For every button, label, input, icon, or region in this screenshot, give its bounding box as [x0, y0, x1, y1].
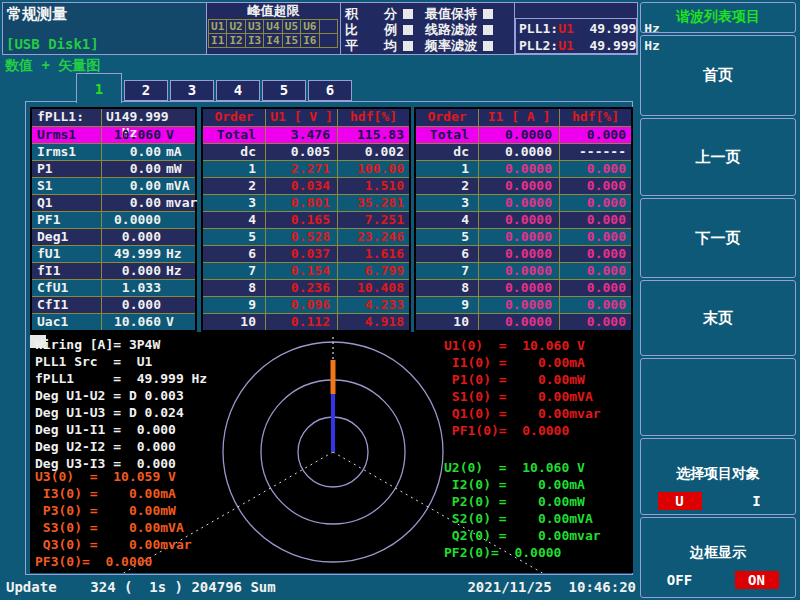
total-cell: Total: [416, 127, 478, 143]
row-value: 10.060: [102, 314, 161, 330]
table-row: Uac110.060V: [32, 313, 195, 330]
value-cell: 0.154: [265, 263, 337, 279]
header-cell: Order: [416, 109, 478, 126]
table-row: P10.00mW: [32, 160, 195, 177]
row-unit: [161, 297, 195, 313]
dc-row: dc0.0000------: [416, 143, 631, 160]
order-cell: 3: [203, 195, 265, 211]
peak-cell-I6: I6: [300, 33, 319, 48]
harmonic-row: 60.0371.616: [203, 245, 409, 262]
tab-2[interactable]: 2: [124, 80, 168, 101]
harmonic-row: 20.00000.000: [416, 177, 631, 194]
object-i-option[interactable]: I: [735, 492, 779, 510]
value-cell: 0.165: [265, 212, 337, 228]
power-analyzer-screen: 常规测量 [USB Disk1] 峰值超限 U1U2U3U4U5U6I1I2I3…: [0, 0, 800, 600]
row-value-cell: 10.060V: [102, 127, 195, 143]
row-value: 0.00: [102, 144, 161, 160]
next-page-button[interactable]: 下一页: [640, 198, 796, 278]
row-value-cell: 0.000: [102, 229, 195, 245]
order-cell: 10: [203, 314, 265, 330]
harmonic-row: 12.271100.00: [203, 160, 409, 177]
row-value-cell: 10.060V: [102, 314, 195, 330]
value-cell: 0.0000: [478, 229, 559, 245]
indicator-square: [483, 41, 493, 51]
hdf-cell: 0.000: [559, 280, 631, 296]
harmonic-row: 10.00000.000: [416, 160, 631, 177]
phase3-value-line: Q3(0) = 0.00mvar: [35, 536, 192, 553]
phase2-value-line: S2(0) = 0.00mVA: [444, 510, 601, 527]
row-value: 0.00: [102, 195, 161, 211]
value-cell: 0.801: [265, 195, 337, 211]
harmonic-row: 50.52823.246: [203, 228, 409, 245]
order-cell: 3: [416, 195, 478, 211]
i1-harmonics-table: OrderI1 [ A ]hdf[%]Total0.00000.000dc0.0…: [414, 107, 633, 332]
peak-cell-U2: U2: [226, 19, 245, 34]
update-counter: Update 324 ( 1s ) 204796 Sum: [6, 576, 276, 598]
tab-1[interactable]: 1: [76, 73, 122, 103]
peak-cell-empty: [319, 19, 338, 34]
table-row: fU149.999Hz: [32, 245, 195, 262]
dc-cell: dc: [416, 144, 478, 160]
sidebar-menu: 谐波列表项目首页上一页下一页末页选择项目对象UI边框显示OFFON: [640, 2, 797, 598]
peak-cell-U4: U4: [263, 19, 282, 34]
select-item-object-label: 选择项目对象: [641, 465, 795, 483]
phase3-value-line: S3(0) = 0.00mVA: [35, 519, 192, 536]
last-page-button[interactable]: 末页: [640, 280, 796, 356]
flag-row: 平均频率滤波: [345, 38, 510, 54]
value-cell: 0.0000: [478, 212, 559, 228]
harmonic-row: 100.00000.000: [416, 313, 631, 330]
row-unit: Hz: [161, 263, 195, 279]
order-cell: 1: [203, 161, 265, 177]
total-cell: 115.83: [337, 127, 409, 143]
peak-cell-U6: U6: [300, 19, 319, 34]
dc-cell: 0.005: [265, 144, 337, 160]
border-on-option[interactable]: ON: [735, 571, 779, 589]
wiring-info-line: PLL1 Src = U1: [35, 353, 207, 370]
header-cell: hdf[%]: [559, 109, 631, 126]
value-cell: 0.0000: [478, 161, 559, 177]
phase3-value-line: U3(0) = 10.059 V: [35, 468, 192, 485]
row-value: 0.000: [102, 263, 161, 279]
peak-cell-U5: U5: [282, 19, 301, 34]
border-off-option[interactable]: OFF: [658, 571, 702, 589]
select-item-object: 选择项目对象UI: [640, 438, 796, 515]
hdf-cell: 1.510: [337, 178, 409, 194]
object-u-option[interactable]: U: [658, 492, 702, 510]
phase2-value-line: I2(0) = 0.00mA: [444, 476, 601, 493]
tab-5[interactable]: 5: [262, 80, 306, 101]
hdf-cell: 35.281: [337, 195, 409, 211]
table-row: Irms10.00mA: [32, 143, 195, 160]
pll-label: PLL1:: [519, 21, 558, 36]
prev-page-button[interactable]: 上一页: [640, 118, 796, 196]
phase1-value-line: S1(0) = 0.00mVA: [444, 388, 601, 405]
indicator-square: [403, 9, 413, 19]
hdf-cell: 10.408: [337, 280, 409, 296]
pll-section: PLL1:U1 49.999 HzPLL2:U1 49.999 Hz: [514, 3, 637, 54]
measurement-table: fPLL1:U149.999 HzUrms110.060VIrms10.00mA…: [30, 107, 197, 332]
pll-row: PLL1:U1 49.999 Hz: [519, 20, 636, 37]
row-value: 1.033: [102, 280, 161, 296]
value-cell: 0.0000: [478, 195, 559, 211]
sidebar-empty-button[interactable]: [640, 358, 796, 436]
row-value-cell: 0.00mW: [102, 161, 195, 177]
tab-6[interactable]: 6: [308, 80, 352, 101]
phase2-value-line: Q2(0) = 0.00mvar: [444, 527, 601, 544]
hdf-cell: 0.000: [559, 161, 631, 177]
tab-4[interactable]: 4: [216, 80, 260, 101]
tab-3[interactable]: 3: [170, 80, 214, 101]
row-unit: mvar: [161, 195, 195, 211]
harmonic-row: 70.1546.799: [203, 262, 409, 279]
wiring-info-line: Deg U1-U2 = D 0.003: [35, 387, 207, 404]
harmonic-row: 40.1657.251: [203, 211, 409, 228]
value-cell: 0.0000: [478, 297, 559, 313]
row-value-cell: 0.00mvar: [102, 195, 195, 211]
order-cell: 8: [416, 280, 478, 296]
total-cell: Total: [203, 127, 265, 143]
first-page-button[interactable]: 首页: [640, 35, 796, 116]
row-label: fI1: [32, 263, 102, 279]
harmonic-row: 100.1124.918: [203, 313, 409, 330]
value-cell: 0.0000: [478, 280, 559, 296]
phase3-value-line: P3(0) = 0.00mW: [35, 502, 192, 519]
flag-row: 比例线路滤波: [345, 22, 510, 38]
pll-source-value: U1: [106, 109, 122, 126]
